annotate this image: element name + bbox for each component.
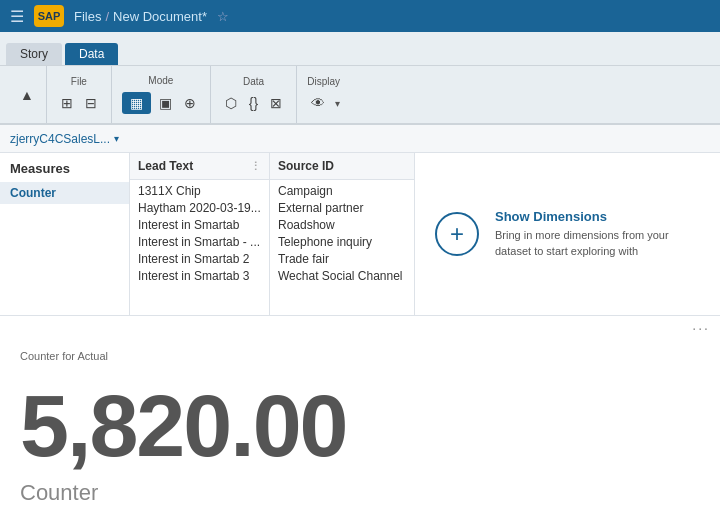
mode-icon-plus[interactable]: ⊕ (180, 93, 200, 113)
user-name: zjerryC4CSalesL... (10, 132, 110, 146)
lead-text-header: Lead Text ⋮ (130, 153, 269, 180)
show-dimensions-desc: Bring in more dimensions from your datas… (495, 228, 700, 259)
top-bar: ☰ SAP Files / New Document* ☆ (0, 0, 720, 32)
measures-sidebar: Measures Counter (0, 153, 130, 315)
toolbar-data-section: Data ⬡ {} ⊠ (211, 66, 297, 123)
toolbar-file-label: File (71, 76, 87, 87)
source-item-5[interactable]: Wechat Social Channel (278, 269, 406, 283)
lead-text-column: Lead Text ⋮ 1311X Chip Haytham 2020-03-1… (130, 153, 270, 315)
user-select[interactable]: zjerryC4CSalesL... ▾ (10, 132, 119, 146)
chart-value: 5,820.00 (20, 382, 700, 470)
source-id-header: Source ID (270, 153, 414, 180)
lead-text-resize-icon[interactable]: ⋮ (250, 160, 261, 173)
source-item-0[interactable]: Campaign (278, 184, 406, 198)
user-chevron-icon[interactable]: ▾ (114, 133, 119, 144)
chart-unit-label: Counter (20, 480, 700, 506)
content-area: Measures Counter Lead Text ⋮ 1311X Chip … (0, 153, 720, 515)
display-eye-icon[interactable]: 👁 (307, 93, 329, 113)
dimensions-panel: Measures Counter Lead Text ⋮ 1311X Chip … (0, 153, 720, 316)
source-item-2[interactable]: Roadshow (278, 218, 406, 232)
toolbar-collapse-section: ▲ (8, 66, 47, 123)
user-bar: zjerryC4CSalesL... ▾ (0, 125, 720, 153)
mode-icon-chart[interactable]: ▣ (155, 93, 176, 113)
display-chevron-icon[interactable]: ▾ (335, 98, 340, 109)
toolbar-display-label: Display (307, 76, 340, 87)
toolbar-data-label: Data (243, 76, 264, 87)
file-icon-2[interactable]: ⊟ (81, 93, 101, 113)
lead-item-3[interactable]: Interest in Smartab - ... (138, 235, 261, 249)
hamburger-icon[interactable]: ☰ (10, 7, 24, 26)
toolbar-display-section: Display 👁 ▾ (297, 66, 350, 123)
toolbar-file-section: File ⊞ ⊟ (47, 66, 112, 123)
source-id-content: Campaign External partner Roadshow Telep… (270, 180, 414, 287)
show-dimensions-title[interactable]: Show Dimensions (495, 209, 700, 224)
sap-logo: SAP (34, 5, 64, 27)
data-icon-1[interactable]: ⬡ (221, 93, 241, 113)
tab-story[interactable]: Story (6, 43, 62, 65)
source-id-header-label: Source ID (278, 159, 334, 173)
source-item-3[interactable]: Telephone inquiry (278, 235, 406, 249)
tab-data[interactable]: Data (65, 43, 118, 65)
mode-icon-table[interactable]: ▦ (122, 92, 151, 114)
measures-title: Measures (0, 161, 129, 182)
data-icon-2[interactable]: {} (245, 93, 262, 113)
lead-item-2[interactable]: Interest in Smartab (138, 218, 261, 232)
lead-item-5[interactable]: Interest in Smartab 3 (138, 269, 261, 283)
collapse-up-icon[interactable]: ▲ (16, 85, 38, 105)
breadcrumb-sep: / (105, 9, 109, 24)
dots-resize-row[interactable]: ··· (0, 316, 720, 340)
chart-label: Counter for Actual (20, 350, 700, 362)
breadcrumb-doc[interactable]: New Document* (113, 9, 207, 24)
lead-item-4[interactable]: Interest in Smartab 2 (138, 252, 261, 266)
breadcrumb-files[interactable]: Files (74, 9, 101, 24)
lead-text-content: 1311X Chip Haytham 2020-03-19... Interes… (130, 180, 269, 287)
add-dimension-button[interactable]: + (435, 212, 479, 256)
toolbar: ▲ File ⊞ ⊟ Mode ▦ ▣ ⊕ Data ⬡ {} (0, 66, 720, 124)
lead-item-0[interactable]: 1311X Chip (138, 184, 261, 198)
lead-item-1[interactable]: Haytham 2020-03-19... (138, 201, 261, 215)
lead-text-header-label: Lead Text (138, 159, 193, 173)
story-data-bar: Story Data (0, 32, 720, 66)
source-id-column: Source ID Campaign External partner Road… (270, 153, 415, 315)
toolbar-mode-label: Mode (148, 75, 173, 86)
measure-item-counter[interactable]: Counter (0, 182, 129, 204)
toolbar-mode-section: Mode ▦ ▣ ⊕ (112, 66, 211, 123)
data-icon-3[interactable]: ⊠ (266, 93, 286, 113)
chart-area: Counter for Actual 5,820.00 Counter (0, 340, 720, 515)
file-icon-1[interactable]: ⊞ (57, 93, 77, 113)
source-item-4[interactable]: Trade fair (278, 252, 406, 266)
source-item-1[interactable]: External partner (278, 201, 406, 215)
show-dimensions-area: + Show Dimensions Bring in more dimensio… (415, 153, 720, 315)
breadcrumb: Files / New Document* ☆ (74, 9, 710, 24)
star-icon[interactable]: ☆ (217, 9, 229, 24)
show-dimensions-text: Show Dimensions Bring in more dimensions… (495, 209, 700, 259)
